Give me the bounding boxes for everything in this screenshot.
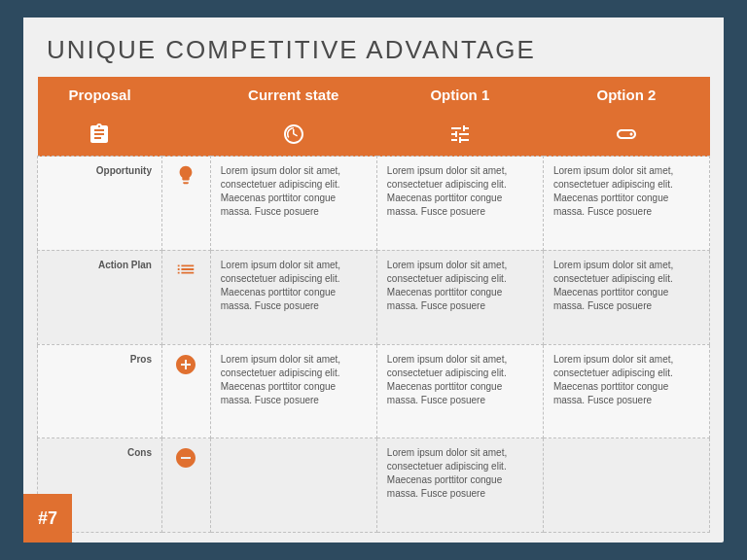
option2-icon-cell xyxy=(543,113,709,157)
action-plan-label: Action Plan xyxy=(38,250,162,344)
icon-row xyxy=(38,113,710,157)
table-container: Proposal Current state Option 1 Option 2 xyxy=(23,77,724,542)
pros-option2: Lorem ipsum dolor sit amet, consectetuer… xyxy=(543,344,709,438)
header-current-state: Current state xyxy=(210,77,376,113)
cons-icon-cell xyxy=(161,438,210,533)
header-proposal: Proposal xyxy=(38,77,162,113)
clipboard-icon xyxy=(42,122,159,146)
action-plan-row: Action Plan Lorem ipsum dolor sit amet, … xyxy=(38,250,710,344)
lightbulb-icon xyxy=(172,164,200,186)
current-state-icon-cell xyxy=(210,113,376,157)
toggle-icon xyxy=(547,122,705,146)
header-icon-spacer xyxy=(161,77,210,113)
pros-icon-cell xyxy=(161,344,210,438)
action-plan-option2: Lorem ipsum dolor sit amet, consectetuer… xyxy=(543,250,709,344)
pros-label: Pros xyxy=(38,344,162,438)
minus-circle-icon xyxy=(172,446,200,470)
opportunity-row: Opportunity Lorem ipsum dolor sit amet, … xyxy=(38,157,710,251)
list-icon xyxy=(172,259,200,280)
slide: UNIQUE COMPETITIVE ADVANTAGE Proposal Cu… xyxy=(23,18,724,542)
slide-title: UNIQUE COMPETITIVE ADVANTAGE xyxy=(47,35,700,65)
opportunity-current: Lorem ipsum dolor sit amet, consectetuer… xyxy=(210,157,376,251)
header-row: Proposal Current state Option 1 Option 2 xyxy=(38,77,710,113)
opportunity-option2: Lorem ipsum dolor sit amet, consectetuer… xyxy=(543,157,709,251)
action-plan-option1: Lorem ipsum dolor sit amet, consectetuer… xyxy=(376,250,543,344)
cons-row: Cons Lorem ipsum dolor sit amet, consect… xyxy=(38,438,710,533)
slide-number-badge: #7 xyxy=(23,494,72,542)
opportunity-icon-cell xyxy=(161,157,210,251)
opportunity-label: Opportunity xyxy=(38,157,162,251)
pros-row: Pros Lorem ipsum dolor sit amet, consect… xyxy=(38,344,710,438)
plus-circle-icon xyxy=(172,353,200,376)
settings-adjust-icon xyxy=(380,122,539,146)
action-plan-current: Lorem ipsum dolor sit amet, consectetuer… xyxy=(210,250,376,344)
speedometer-icon xyxy=(214,122,373,146)
header-option1: Option 1 xyxy=(376,77,543,113)
pros-option1: Lorem ipsum dolor sit amet, consectetuer… xyxy=(376,344,543,438)
option1-icon-cell xyxy=(376,113,543,157)
cons-option1: Lorem ipsum dolor sit amet, consectetuer… xyxy=(376,438,543,533)
cons-current-empty xyxy=(210,438,376,533)
icon-row-spacer xyxy=(161,113,210,157)
comparison-table: Proposal Current state Option 1 Option 2 xyxy=(37,77,710,533)
cons-option2-empty xyxy=(543,438,709,533)
title-bar: UNIQUE COMPETITIVE ADVANTAGE xyxy=(23,18,724,77)
header-option2: Option 2 xyxy=(543,77,709,113)
proposal-icon-cell xyxy=(38,113,162,157)
action-plan-icon-cell xyxy=(161,250,210,344)
opportunity-option1: Lorem ipsum dolor sit amet, consectetuer… xyxy=(376,157,543,251)
pros-current: Lorem ipsum dolor sit amet, consectetuer… xyxy=(210,344,376,438)
